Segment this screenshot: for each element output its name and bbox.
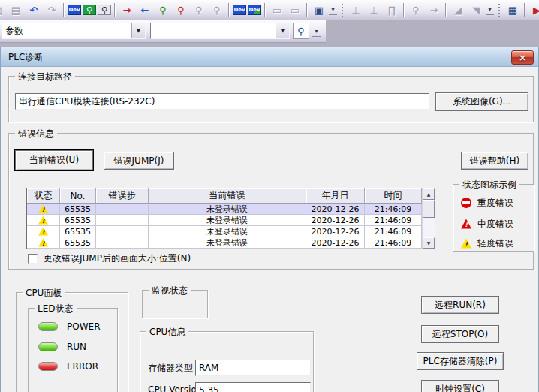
group-label: 连接目标路径 [15,71,75,83]
plc-diagnosis-dialog: PLC诊断 × 连接目标路径 串行通信CPU模块连接(RS-232C) 系统图像… [0,47,539,392]
toolbar-separator [228,3,230,17]
close-icon: × [519,53,526,62]
write-to-plc-icon[interactable]: → [119,2,135,17]
run-led: RUN [38,342,86,352]
remote-run-button[interactable]: 远程RUN(R) [421,296,499,314]
data-entry-toolbar: 参数 ▼ ▼ ⚲ ▾ [0,20,326,43]
minor-error-legend: 轻度错误 [461,237,513,249]
monitor-start-icon[interactable]: ⚲ [155,2,171,17]
led-icon [38,362,58,371]
error-step-cell [96,215,149,226]
sampling-trace-icon[interactable]: ▦ [504,2,521,17]
error-step-cell [96,237,149,249]
monitor-read-icon: ⚲ [209,2,225,17]
error-step-cell [96,226,149,237]
trace-icon-2: ◥ [468,2,484,17]
error-no-cell: 65535 [60,237,96,249]
plc-memory-clear-button[interactable]: PLC存储器清除(P) [417,352,504,370]
parameter-combobox[interactable]: 参数 ▼ [2,23,146,39]
cpu-panel-group: CPU面板 LED状态 POWER RUN ERROR [16,292,128,392]
system-image-button[interactable]: 系统图像(G)... [435,92,528,111]
column-header: 时间 [365,188,422,204]
read-from-plc-icon[interactable]: ← [137,2,153,17]
find-device-icon[interactable]: Dev [68,5,81,15]
device-combobox[interactable]: ▼ [150,23,290,39]
legend-label: 中度错误 [477,218,513,231]
error-no-cell: 65535 [60,215,96,226]
cpu-version-label: CPU Version [148,384,202,392]
status-cell: ! [27,226,60,237]
table-row[interactable]: ! 65535 未登录错误 2020-12-26 21:46:09 [27,215,435,226]
column-header: No. [60,188,96,204]
device-batch-monitor-icon[interactable]: Dev [248,5,261,15]
cpu-version-field[interactable]: 5.35 [195,382,311,392]
current-error-cell: 未登录错误 [149,237,306,249]
toolbar-separator [524,3,525,17]
device-test-icon[interactable]: Dev [233,5,246,15]
time-cell: 21:46:09 [365,237,422,249]
remote-operation-icon[interactable]: ▣ [311,2,327,17]
date-cell: 2020-12-26 [306,226,365,237]
column-header: 错误步 [96,188,149,204]
toolbar-overflow-icon-3[interactable]: ▾ [312,26,321,37]
chevron-down-icon[interactable]: ▼ [276,23,289,38]
close-button[interactable]: × [511,50,534,65]
power-led: POWER [38,321,100,332]
toolbar-overflow-icon[interactable]: ▾ [329,5,337,15]
memory-type-field[interactable]: RAM [195,360,311,376]
paste-icon: ▤ [8,2,24,17]
find-instruction-icon[interactable]: ⚲ [98,5,111,15]
scrollbar-thumb[interactable] [423,200,435,218]
led-label: RUN [67,342,86,352]
main-toolbar: ▧▤↶↷Dev⚲⚲→←⚲⚲⚲⚲DevDev▭▭▣▾⊥⊥∏⚲→◢◥▾▦▶⚠ [0,0,539,20]
table-row[interactable]: ! 65535 未登录错误 2020-12-26 21:46:09 [27,226,435,237]
column-header: 年月日 [306,188,365,204]
toolbar-grip[interactable] [341,3,344,17]
remote-stop-button[interactable]: 远程STOP(O) [421,325,499,343]
document-search-icon[interactable]: ⚲ [293,23,309,39]
error-jump-button[interactable]: 错误JUMP(J) [104,152,174,170]
scroll-up-icon[interactable]: ▲ [423,188,435,200]
run-mode-icon[interactable]: ▶ [528,2,539,17]
device-combobox-value [151,23,276,38]
table-scrollbar[interactable]: ▲ ▼ [422,188,435,249]
table-row[interactable]: ! 65535 未登录错误 2020-12-26 21:46:09 [27,204,435,215]
time-cell: 21:46:09 [365,226,422,237]
dialog-titlebar: PLC诊断 × [1,47,538,67]
jump-resize-checkbox-label[interactable]: 更改错误JUMP后的画面大小·位置(N) [44,252,191,265]
led-label: POWER [67,321,100,332]
date-cell: 2020-12-26 [306,237,365,249]
monitor-stop-icon[interactable]: ⚲ [173,2,189,17]
redo-icon: ↷ [44,2,60,17]
undo-icon[interactable]: ↶ [26,2,42,17]
toolbar-grip-2[interactable] [498,3,501,17]
toolbar-separator [445,3,447,17]
connection-path-field[interactable]: 串行通信CPU模块连接(RS-232C) [15,93,429,110]
toolbar-separator [63,3,65,17]
toolbar-separator [114,3,116,17]
ladder-symbol-icon-1: ⊥ [348,2,364,17]
toolbar-overflow-icon-2[interactable]: ▾ [486,5,494,15]
scroll-down-icon[interactable]: ▼ [423,237,435,249]
group-label: 监视状态 [149,285,191,297]
table-row[interactable]: ! 65535 未登录错误 2020-12-26 21:46:09 [27,237,435,249]
chevron-down-icon[interactable]: ▼ [131,23,145,38]
error-help-button[interactable]: 错误帮助(H) [461,152,528,170]
toolbar-separator [306,3,308,17]
application-window: ▧▤↶↷Dev⚲⚲→←⚲⚲⚲⚲DevDev▭▭▣▾⊥⊥∏⚲→◢◥▾▦▶⚠ 参数 … [0,0,539,392]
current-error-cell: 未登录错误 [149,226,306,237]
parameter-combobox-value: 参数 [2,23,131,38]
toolbar-separator [264,3,266,17]
find-contact-icon[interactable]: ⚲ [83,5,96,15]
copy-icon: ▧ [0,2,6,17]
clock-setting-button[interactable]: 时钟设置(C) [421,380,499,392]
led-label: ERROR [67,361,98,372]
jump-resize-checkbox[interactable] [28,254,38,264]
group-label: CPU信息 [146,326,188,338]
current-error-button[interactable]: 当前错误(U) [15,150,93,170]
connection-target-group: 连接目标路径 串行通信CPU模块连接(RS-232C) 系统图像(G)... [8,76,534,122]
statement-icon: ▭ [287,2,303,17]
group-label: CPU面板 [23,287,65,299]
warning-triangle-icon: ! [38,216,48,225]
monitor-status-group: 监视状态 [142,290,208,318]
